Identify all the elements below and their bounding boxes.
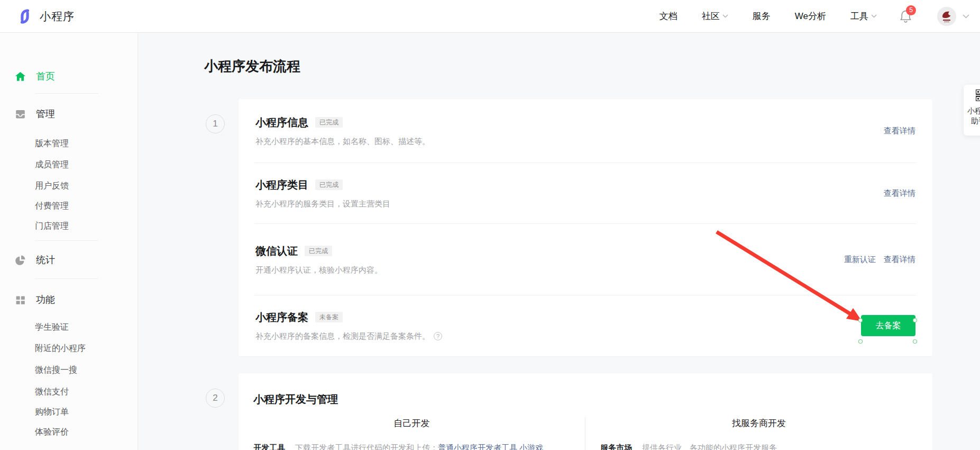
chevron-down-icon bbox=[722, 14, 728, 18]
sidebar-item-label: 功能 bbox=[36, 293, 55, 306]
page-title: 小程序发布流程 bbox=[204, 57, 300, 76]
dev-tools-label: 开发工具 bbox=[253, 442, 286, 450]
row-description: 补充小程序的备案信息，检测是否满足备案条件。 bbox=[255, 331, 430, 341]
chevron-down-icon bbox=[871, 14, 877, 18]
row-description: 补充小程序的服务类目，设置主营类目 bbox=[255, 199, 390, 209]
top-navbar: 小程序 文档 社区 服务 We分析 工具 bbox=[0, 0, 980, 33]
row-description: 开通小程序认证，核验小程序内容。 bbox=[255, 265, 382, 275]
view-details-link[interactable]: 查看详情 bbox=[884, 126, 915, 136]
notification-badge: 5 bbox=[906, 5, 916, 15]
row-title: 小程序备案 bbox=[255, 310, 308, 325]
service-market-label: 服务市场 bbox=[600, 442, 633, 450]
normal-devtools-link[interactable]: 普通小程序开发者工具 bbox=[438, 443, 517, 450]
step-row-miniprogram-category: 小程序类目 已完成 补充小程序的服务类目，设置主营类目 查看详情 bbox=[239, 163, 932, 223]
nav-item-services[interactable]: 服务 bbox=[753, 10, 771, 22]
sidebar-item-user-feedback[interactable]: 用户反馈 bbox=[0, 177, 138, 194]
sidebar-item-features[interactable]: 功能 bbox=[0, 291, 138, 308]
sidebar-item-label: 首页 bbox=[36, 70, 55, 83]
row-title: 微信认证 bbox=[255, 244, 298, 258]
nav-item-we-analytics[interactable]: We分析 bbox=[795, 10, 826, 22]
sidebar-item-experience-review[interactable]: 体验评价 bbox=[0, 424, 138, 440]
inbox-icon bbox=[15, 109, 26, 120]
sidebar-item-store-manage[interactable]: 门店管理 bbox=[0, 218, 138, 235]
step-row-miniprogram-info: 小程序信息 已完成 补充小程序的基本信息，如名称、图标、描述等。 查看详情 bbox=[239, 99, 932, 163]
assistant-panel-label: 小程序助手 bbox=[964, 106, 980, 126]
pie-chart-icon bbox=[15, 255, 26, 266]
step-number-2: 2 bbox=[206, 389, 225, 408]
sidebar-divider bbox=[35, 240, 98, 241]
go-to-filing-button[interactable]: 去备案 bbox=[861, 315, 915, 336]
step-row-wechat-verification: 微信认证 已完成 开通小程序认证，核验小程序内容。 重新认证 查看详情 bbox=[239, 224, 932, 295]
qr-code-icon bbox=[976, 89, 980, 101]
sidebar-item-manage[interactable]: 管理 bbox=[0, 105, 138, 122]
miniprogram-assistant-panel[interactable]: 小程序助手 bbox=[964, 85, 980, 136]
self-develop-column: 自己开发 开发工具 下载开发者工具进行代码的开发和上传；普通小程序开发者工具 小… bbox=[239, 417, 585, 450]
home-icon bbox=[15, 71, 26, 82]
card2-title: 小程序开发与管理 bbox=[239, 373, 932, 407]
nav-label: We分析 bbox=[795, 10, 826, 22]
view-details-link[interactable]: 查看详情 bbox=[884, 255, 915, 265]
nav-menu: 文档 社区 服务 We分析 工具 bbox=[635, 7, 969, 26]
status-badge: 未备案 bbox=[315, 312, 343, 322]
nav-label: 文档 bbox=[660, 10, 677, 22]
view-details-link[interactable]: 查看详情 bbox=[884, 188, 915, 199]
sidebar-item-label: 统计 bbox=[36, 254, 55, 266]
column-header-self-develop: 自己开发 bbox=[239, 417, 585, 429]
sidebar-item-label: 管理 bbox=[36, 107, 55, 120]
nav-label: 社区 bbox=[702, 10, 720, 22]
row-title: 小程序信息 bbox=[255, 115, 308, 130]
account-avatar[interactable] bbox=[937, 7, 956, 26]
wechat-miniprogram-console: 小程序 文档 社区 服务 We分析 工具 bbox=[0, 0, 980, 450]
sidebar-item-version-manage[interactable]: 版本管理 bbox=[0, 135, 138, 152]
reverify-link[interactable]: 重新认证 bbox=[844, 255, 876, 265]
nav-label: 工具 bbox=[850, 10, 868, 22]
avatar-image bbox=[937, 7, 956, 26]
service-market-description: 提供各行业、各功能的小程序开发服务 bbox=[642, 442, 928, 450]
help-icon[interactable]: ? bbox=[434, 332, 442, 340]
nav-label: 服务 bbox=[753, 10, 771, 22]
find-service-provider-column: 找服务商开发 服务市场 提供各行业、各功能的小程序开发服务 bbox=[585, 417, 932, 450]
account-chevron-down-icon[interactable] bbox=[963, 14, 969, 19]
nav-item-tools[interactable]: 工具 bbox=[850, 10, 877, 22]
sidebar-item-search[interactable]: 微信搜一搜 bbox=[0, 362, 138, 379]
row-title: 小程序类目 bbox=[255, 178, 308, 192]
sidebar-item-shopping-orders[interactable]: 购物订单 bbox=[0, 403, 138, 420]
sidebar-item-member-manage[interactable]: 成员管理 bbox=[0, 156, 138, 173]
logo[interactable]: 小程序 bbox=[16, 7, 75, 25]
miniprogram-logo-icon bbox=[16, 7, 34, 25]
grid-icon bbox=[15, 294, 26, 305]
publish-steps-card: 小程序信息 已完成 补充小程序的基本信息，如名称、图标、描述等。 查看详情 小程… bbox=[239, 99, 932, 356]
status-badge: 已完成 bbox=[305, 246, 332, 256]
step-number-1: 1 bbox=[206, 114, 225, 133]
sidebar-item-payment-manage[interactable]: 付费管理 bbox=[0, 197, 138, 214]
status-badge: 已完成 bbox=[315, 117, 343, 128]
column-header-service-provider: 找服务商开发 bbox=[585, 417, 932, 429]
nav-item-docs[interactable]: 文档 bbox=[660, 10, 677, 22]
logo-text: 小程序 bbox=[40, 9, 75, 24]
development-management-card: 小程序开发与管理 自己开发 开发工具 下载开发者工具进行代码的开发和上传；普通小… bbox=[239, 373, 932, 450]
main-content: 小程序发布流程 1 2 小程序信息 已完成 补充小程序的基本信息，如名称、图标、… bbox=[138, 33, 980, 450]
status-badge: 已完成 bbox=[315, 179, 343, 190]
sidebar-divider bbox=[35, 278, 98, 279]
nav-item-community[interactable]: 社区 bbox=[702, 10, 728, 22]
sidebar: 首页 管理 版本管理 成员管理 用户反馈 付费管理 门店管理 bbox=[0, 33, 138, 450]
sidebar-item-stats[interactable]: 统计 bbox=[0, 251, 138, 268]
notifications-button[interactable]: 5 bbox=[899, 9, 913, 24]
sidebar-item-nearby[interactable]: 附近的小程序 bbox=[0, 340, 138, 357]
sidebar-item-wechat-pay[interactable]: 微信支付 bbox=[0, 383, 138, 400]
sidebar-divider bbox=[35, 93, 98, 94]
sidebar-item-home[interactable]: 首页 bbox=[0, 68, 138, 85]
dev-tools-description: 下载开发者工具进行代码的开发和上传； bbox=[295, 443, 438, 450]
step-row-miniprogram-icp-filing: 小程序备案 未备案 补充小程序的备案信息，检测是否满足备案条件。 ? 去备案 bbox=[239, 295, 932, 356]
sidebar-item-student-verify[interactable]: 学生验证 bbox=[0, 319, 138, 336]
row-description: 补充小程序的基本信息，如名称、图标、描述等。 bbox=[255, 137, 430, 147]
